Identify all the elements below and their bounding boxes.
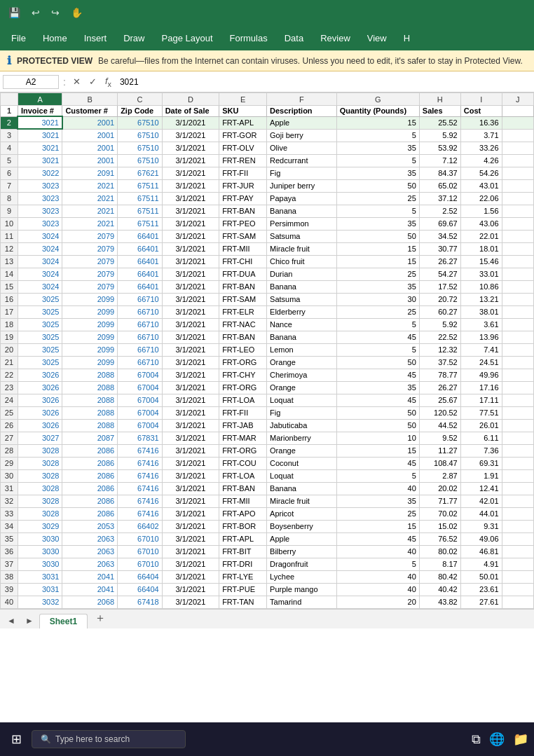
cell-description[interactable]: Apple <box>267 116 337 129</box>
cell-date[interactable]: 3/1/2021 <box>162 205 219 217</box>
cell-description[interactable]: Fig <box>267 406 337 419</box>
cell-description[interactable]: Goji berry <box>267 129 337 142</box>
cell-sales[interactable]: 11.27 <box>419 444 460 457</box>
cell-sales[interactable]: 37.52 <box>419 356 460 369</box>
cell-customer[interactable]: 2099 <box>62 343 118 356</box>
cell-cost[interactable]: 10.86 <box>460 280 502 293</box>
cell-date[interactable]: 3/1/2021 <box>162 356 219 369</box>
cell-sku[interactable]: FRT-LEO <box>219 343 267 356</box>
cell-quantity[interactable]: 5 <box>336 318 419 331</box>
cell-quantity[interactable]: 10 <box>336 432 419 444</box>
cell-sku[interactable]: FRT-SAM <box>219 293 267 305</box>
cell-sku[interactable]: FRT-CHI <box>219 255 267 268</box>
cell-sales[interactable]: 80.02 <box>419 545 460 558</box>
cell-customer[interactable]: 2041 <box>62 570 118 583</box>
cell-invoice[interactable]: 3026 <box>18 419 62 432</box>
cell-description[interactable]: Orange <box>267 381 337 394</box>
table-row[interactable]: 3730302063670103/1/2021FRT-DRIDragonfrui… <box>1 558 534 570</box>
cell-description[interactable]: Marionberry <box>267 432 337 444</box>
col-header-j[interactable]: J <box>502 93 533 106</box>
cell-cost[interactable]: 15.46 <box>460 255 502 268</box>
cell-zip[interactable]: 66710 <box>118 318 162 331</box>
add-sheet-button[interactable]: ＋ <box>89 608 111 628</box>
cell-invoice[interactable]: 3030 <box>18 545 62 558</box>
cell-sku[interactable]: FRT-MII <box>219 242 267 255</box>
cell-date[interactable]: 3/1/2021 <box>162 167 219 179</box>
cell-cost[interactable]: 17.11 <box>460 394 502 406</box>
cell-description[interactable]: Boysenberry <box>267 520 337 532</box>
menu-item-view[interactable]: View <box>359 29 395 48</box>
header-cost[interactable]: Cost <box>460 106 502 117</box>
cell-quantity[interactable]: 40 <box>336 482 419 495</box>
cell-quantity[interactable]: 25 <box>336 268 419 280</box>
cell-sku[interactable]: FRT-JAB <box>219 419 267 432</box>
cell-customer[interactable]: 2091 <box>62 167 118 179</box>
cell-cost[interactable]: 26.01 <box>460 419 502 432</box>
cell-sku[interactable]: FRT-PAY <box>219 192 267 205</box>
cell-sku[interactable]: FRT-GOR <box>219 129 267 142</box>
cell-description[interactable]: Lychee <box>267 570 337 583</box>
cell-invoice[interactable]: 3022 <box>18 167 62 179</box>
cell-customer[interactable]: 2088 <box>62 394 118 406</box>
cell-sales[interactable]: 76.52 <box>419 532 460 545</box>
table-row[interactable]: 3830312041664043/1/2021FRT-LYELychee4080… <box>1 570 534 583</box>
cell-customer[interactable]: 2053 <box>62 520 118 532</box>
cell-zip[interactable]: 67511 <box>118 205 162 217</box>
cell-sales[interactable]: 80.42 <box>419 570 460 583</box>
cell-sales[interactable]: 40.42 <box>419 583 460 596</box>
cell-date[interactable]: 3/1/2021 <box>162 444 219 457</box>
cell-description[interactable]: Banana <box>267 280 337 293</box>
cell-description[interactable]: Jabuticaba <box>267 419 337 432</box>
cell-quantity[interactable]: 50 <box>336 406 419 419</box>
cell-zip[interactable]: 67004 <box>118 406 162 419</box>
cell-date[interactable]: 3/1/2021 <box>162 394 219 406</box>
cell-sales[interactable]: 20.72 <box>419 293 460 305</box>
table-row[interactable]: 3330282086674163/1/2021FRT-APOApricot257… <box>1 507 534 520</box>
cell-date[interactable]: 3/1/2021 <box>162 570 219 583</box>
cell-description[interactable]: Banana <box>267 205 337 217</box>
cell-quantity[interactable]: 25 <box>336 192 419 205</box>
cell-sales[interactable]: 44.52 <box>419 419 460 432</box>
cell-description[interactable]: Fig <box>267 167 337 179</box>
cell-cost[interactable]: 18.01 <box>460 242 502 255</box>
cell-invoice[interactable]: 3024 <box>18 280 62 293</box>
cell-sales[interactable]: 7.12 <box>419 154 460 167</box>
cell-zip[interactable]: 67418 <box>118 596 162 608</box>
cell-sku[interactable]: FRT-OLV <box>219 142 267 154</box>
cell-quantity[interactable]: 15 <box>336 520 419 532</box>
cell-zip[interactable]: 66710 <box>118 293 162 305</box>
cell-sku[interactable]: FRT-BAN <box>219 205 267 217</box>
cell-zip[interactable]: 67511 <box>118 192 162 205</box>
cell-sku[interactable]: FRT-BAN <box>219 280 267 293</box>
cell-description[interactable]: Orange <box>267 444 337 457</box>
cell-quantity[interactable]: 40 <box>336 583 419 596</box>
cell-zip[interactable]: 67416 <box>118 482 162 495</box>
cell-cost[interactable]: 22.01 <box>460 230 502 242</box>
cell-quantity[interactable]: 25 <box>336 507 419 520</box>
cell-cost[interactable]: 3.61 <box>460 318 502 331</box>
cell-zip[interactable]: 66404 <box>118 570 162 583</box>
cell-quantity[interactable]: 35 <box>336 381 419 394</box>
cell-cost[interactable]: 42.01 <box>460 495 502 507</box>
cell-quantity[interactable]: 35 <box>336 217 419 230</box>
cell-quantity[interactable]: 50 <box>336 179 419 192</box>
cell-quantity[interactable]: 30 <box>336 293 419 305</box>
cell-sales[interactable]: 78.77 <box>419 369 460 381</box>
cell-date[interactable]: 3/1/2021 <box>162 305 219 318</box>
formula-input[interactable] <box>117 76 531 88</box>
cell-date[interactable]: 3/1/2021 <box>162 520 219 532</box>
cell-zip[interactable]: 67511 <box>118 217 162 230</box>
cell-cost[interactable]: 54.26 <box>460 167 502 179</box>
cell-zip[interactable]: 67416 <box>118 507 162 520</box>
cell-sku[interactable]: FRT-BAN <box>219 331 267 343</box>
confirm-formula-icon[interactable]: ✓ <box>86 76 100 87</box>
cell-cost[interactable]: 13.96 <box>460 331 502 343</box>
cell-date[interactable]: 3/1/2021 <box>162 217 219 230</box>
cell-date[interactable]: 3/1/2021 <box>162 457 219 469</box>
cell-cost[interactable]: 43.06 <box>460 217 502 230</box>
cell-description[interactable]: Lemon <box>267 343 337 356</box>
cell-zip[interactable]: 67010 <box>118 532 162 545</box>
cell-sales[interactable]: 120.52 <box>419 406 460 419</box>
cell-date[interactable]: 3/1/2021 <box>162 596 219 608</box>
cell-sku[interactable]: FRT-APL <box>219 116 267 129</box>
